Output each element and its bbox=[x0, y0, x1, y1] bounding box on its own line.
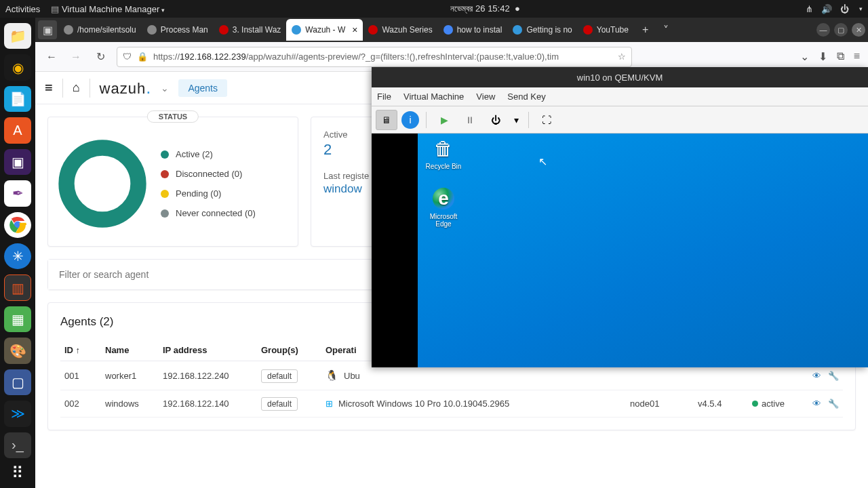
vmm-title[interactable]: win10 on QEMU/KVM bbox=[372, 67, 868, 87]
extensions-icon[interactable]: ⧉ bbox=[837, 50, 844, 63]
tab-strip: ▣ /home/silentsoluProcess Man3. Install … bbox=[35, 18, 868, 42]
network-icon[interactable]: ⋔ bbox=[806, 4, 813, 14]
dock-feather[interactable]: ✒ bbox=[4, 180, 31, 206]
col-id[interactable]: ID ↑ bbox=[60, 340, 101, 361]
browser-tab[interactable]: how to instal bbox=[438, 19, 508, 41]
close-button[interactable]: ✕ bbox=[852, 23, 865, 37]
wazuh-logo: wazuh. bbox=[100, 77, 152, 98]
pause-icon[interactable]: ⏸ bbox=[459, 110, 481, 130]
power-icon[interactable]: ⏻ bbox=[840, 4, 849, 14]
vmm-menu-item[interactable]: Virtual Machine bbox=[403, 92, 464, 102]
legend-item: Active (2) bbox=[161, 149, 256, 159]
dock-rhythmbox[interactable]: ◉ bbox=[4, 54, 31, 80]
desktop-icon[interactable]: 🗑Recycle Bin bbox=[423, 136, 464, 170]
dock-compass[interactable]: ✳ bbox=[4, 243, 31, 269]
status-title: STATUS bbox=[147, 110, 199, 123]
dock-files[interactable]: 📁 bbox=[4, 23, 31, 49]
desktop-icon[interactable]: eMicrosoft Edge bbox=[423, 186, 464, 228]
home-icon[interactable]: ⌂ bbox=[73, 81, 80, 95]
dock-green[interactable]: ▦ bbox=[4, 306, 31, 332]
config-icon[interactable]: 🔧 bbox=[828, 399, 839, 409]
status-panel: STATUS Active (2)Disconnected (0)Pending… bbox=[47, 117, 298, 247]
minimize-button[interactable]: — bbox=[816, 23, 830, 37]
browser-tab[interactable]: Wazuh - W× bbox=[286, 19, 363, 41]
col-group[interactable]: Group(s) bbox=[257, 340, 321, 361]
dock-terminal[interactable]: ›_ bbox=[4, 432, 31, 458]
dock-gimp[interactable]: 🎨 bbox=[4, 338, 31, 363]
dock-apps-grid[interactable]: ⠿ bbox=[12, 464, 24, 483]
nav-agents[interactable]: Agents bbox=[178, 79, 227, 97]
dock-software[interactable]: A bbox=[4, 117, 31, 143]
reload-button[interactable]: ↻ bbox=[92, 49, 108, 65]
maximize-button[interactable]: ▢ bbox=[834, 23, 848, 37]
tab-home-icon[interactable]: ▣ bbox=[38, 20, 57, 39]
guest-desktop[interactable]: 🗑Recycle BineMicrosoft Edge ↖ bbox=[418, 134, 868, 367]
clock[interactable]: নভেম্বর 26 15:42 ● bbox=[165, 3, 806, 14]
vmm-menu-item[interactable]: View bbox=[476, 92, 495, 102]
chevron-down-icon[interactable]: ⌄ bbox=[161, 83, 169, 94]
tab-close-icon[interactable]: × bbox=[352, 24, 357, 35]
browser-tab[interactable]: /home/silentsolu bbox=[58, 19, 142, 41]
menu-icon[interactable]: ≡ bbox=[45, 80, 53, 96]
dock-writer[interactable]: 📄 bbox=[4, 86, 31, 112]
browser-tab[interactable]: YouTube bbox=[578, 19, 634, 41]
back-button[interactable]: ← bbox=[43, 49, 60, 65]
cursor-icon: ↖ bbox=[538, 155, 547, 168]
browser-tab[interactable]: Wazuh Series bbox=[363, 19, 437, 41]
legend-item: Disconnected (0) bbox=[161, 169, 256, 179]
forward-button[interactable]: → bbox=[68, 49, 84, 65]
status-donut bbox=[55, 136, 150, 231]
dock-kdenlive[interactable]: ▣ bbox=[4, 149, 31, 175]
vmm-letterbox bbox=[372, 134, 418, 367]
star-icon[interactable]: ☆ bbox=[618, 52, 626, 62]
dock-screenshot[interactable]: ▢ bbox=[4, 369, 31, 395]
downloads-icon[interactable]: ⬇ bbox=[818, 50, 827, 63]
play-icon[interactable]: ▶ bbox=[433, 110, 455, 130]
app-menu[interactable]: ▤ Virtual Machine Manager▾ bbox=[51, 4, 165, 14]
fullscreen-icon[interactable]: ⛶ bbox=[536, 110, 557, 130]
vmm-menu-item[interactable]: File bbox=[377, 92, 391, 102]
shield-icon: 🛡 bbox=[123, 52, 132, 62]
col-ip[interactable]: IP address bbox=[159, 340, 257, 361]
ubuntu-dock: 📁 ◉ 📄 A ▣ ✒ ✳ ▥ ▦ 🎨 ▢ ≫ ›_ ⠿ bbox=[0, 18, 35, 488]
power-menu-icon[interactable]: ▾ bbox=[511, 110, 521, 130]
svg-point-2 bbox=[66, 148, 138, 220]
view-icon[interactable]: 👁 bbox=[812, 371, 821, 381]
dock-vscode[interactable]: ≫ bbox=[4, 401, 31, 426]
power-icon[interactable]: ⏻ bbox=[485, 110, 507, 130]
lock-icon: 🔒 bbox=[137, 52, 148, 62]
dock-chrome[interactable] bbox=[4, 212, 31, 238]
gnome-top-bar: Activities ▤ Virtual Machine Manager▾ নভ… bbox=[0, 0, 868, 18]
virt-manager-window: win10 on QEMU/KVM FileVirtual MachineVie… bbox=[372, 67, 868, 367]
vmm-toolbar: 🖥 i ▶ ⏸ ⏻ ▾ ⛶ bbox=[372, 106, 868, 134]
col-name[interactable]: Name bbox=[101, 340, 159, 361]
tab-list-button[interactable]: ˅ bbox=[656, 24, 675, 37]
browser-tab[interactable]: Getting is no bbox=[507, 19, 577, 41]
browser-tab[interactable]: Process Man bbox=[142, 19, 214, 41]
dock-vmm[interactable]: ▥ bbox=[4, 274, 31, 301]
volume-icon[interactable]: 🔊 bbox=[821, 4, 832, 14]
config-icon[interactable]: 🔧 bbox=[828, 371, 839, 381]
legend-item: Never connected (0) bbox=[161, 208, 256, 218]
table-row[interactable]: 002windows192.168.122.140 default ⊞Micro… bbox=[60, 390, 843, 418]
view-icon[interactable]: 👁 bbox=[812, 399, 821, 409]
browser-tab[interactable]: 3. Install Waz bbox=[214, 19, 287, 41]
pocket-icon[interactable]: ⌄ bbox=[800, 50, 809, 63]
info-icon[interactable]: i bbox=[401, 111, 419, 129]
activities-button[interactable]: Activities bbox=[5, 4, 40, 14]
monitor-icon[interactable]: 🖥 bbox=[376, 110, 397, 130]
vmm-menu-item[interactable]: Send Key bbox=[507, 92, 545, 102]
app-menu-icon[interactable]: ≡ bbox=[854, 50, 860, 63]
vmm-menubar: FileVirtual MachineViewSend Key bbox=[372, 87, 868, 106]
url-field[interactable]: 🛡 🔒 https://192.168.122.239/app/wazuh#/a… bbox=[117, 47, 632, 67]
new-tab-button[interactable]: + bbox=[635, 24, 655, 36]
legend-item: Pending (0) bbox=[161, 188, 256, 199]
